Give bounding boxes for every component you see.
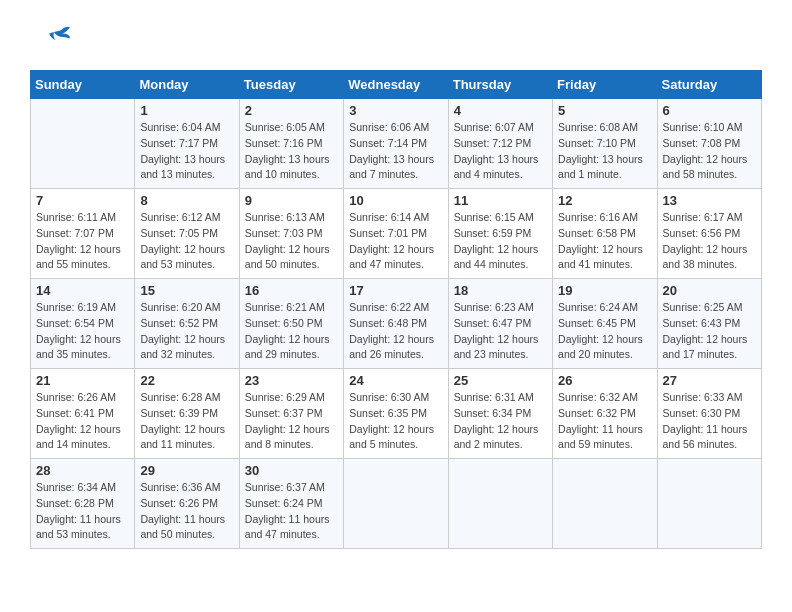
calendar-cell: 15Sunrise: 6:20 AM Sunset: 6:52 PM Dayli… [135,279,239,369]
day-number: 6 [663,103,756,118]
weekday-header-sunday: Sunday [31,71,135,99]
calendar-cell: 22Sunrise: 6:28 AM Sunset: 6:39 PM Dayli… [135,369,239,459]
calendar-cell: 24Sunrise: 6:30 AM Sunset: 6:35 PM Dayli… [344,369,448,459]
calendar-table: SundayMondayTuesdayWednesdayThursdayFrid… [30,70,762,549]
day-info: Sunrise: 6:07 AM Sunset: 7:12 PM Dayligh… [454,120,547,183]
day-info: Sunrise: 6:37 AM Sunset: 6:24 PM Dayligh… [245,480,338,543]
day-number: 30 [245,463,338,478]
day-number: 1 [140,103,233,118]
day-info: Sunrise: 6:21 AM Sunset: 6:50 PM Dayligh… [245,300,338,363]
calendar-cell: 23Sunrise: 6:29 AM Sunset: 6:37 PM Dayli… [239,369,343,459]
calendar-cell: 4Sunrise: 6:07 AM Sunset: 7:12 PM Daylig… [448,99,552,189]
day-info: Sunrise: 6:04 AM Sunset: 7:17 PM Dayligh… [140,120,233,183]
calendar-cell: 17Sunrise: 6:22 AM Sunset: 6:48 PM Dayli… [344,279,448,369]
weekday-header-thursday: Thursday [448,71,552,99]
weekday-header-tuesday: Tuesday [239,71,343,99]
weekday-header-wednesday: Wednesday [344,71,448,99]
day-number: 20 [663,283,756,298]
day-info: Sunrise: 6:10 AM Sunset: 7:08 PM Dayligh… [663,120,756,183]
day-info: Sunrise: 6:17 AM Sunset: 6:56 PM Dayligh… [663,210,756,273]
calendar-cell: 11Sunrise: 6:15 AM Sunset: 6:59 PM Dayli… [448,189,552,279]
week-row-2: 7Sunrise: 6:11 AM Sunset: 7:07 PM Daylig… [31,189,762,279]
calendar-cell: 27Sunrise: 6:33 AM Sunset: 6:30 PM Dayli… [657,369,761,459]
logo-icon [30,20,70,60]
calendar-cell: 28Sunrise: 6:34 AM Sunset: 6:28 PM Dayli… [31,459,135,549]
weekday-header-row: SundayMondayTuesdayWednesdayThursdayFrid… [31,71,762,99]
day-info: Sunrise: 6:11 AM Sunset: 7:07 PM Dayligh… [36,210,129,273]
day-info: Sunrise: 6:30 AM Sunset: 6:35 PM Dayligh… [349,390,442,453]
weekday-header-monday: Monday [135,71,239,99]
week-row-1: 1Sunrise: 6:04 AM Sunset: 7:17 PM Daylig… [31,99,762,189]
calendar-cell: 10Sunrise: 6:14 AM Sunset: 7:01 PM Dayli… [344,189,448,279]
calendar-cell: 2Sunrise: 6:05 AM Sunset: 7:16 PM Daylig… [239,99,343,189]
calendar-cell: 7Sunrise: 6:11 AM Sunset: 7:07 PM Daylig… [31,189,135,279]
day-info: Sunrise: 6:08 AM Sunset: 7:10 PM Dayligh… [558,120,651,183]
day-number: 29 [140,463,233,478]
calendar-cell: 14Sunrise: 6:19 AM Sunset: 6:54 PM Dayli… [31,279,135,369]
day-number: 14 [36,283,129,298]
day-info: Sunrise: 6:36 AM Sunset: 6:26 PM Dayligh… [140,480,233,543]
day-info: Sunrise: 6:15 AM Sunset: 6:59 PM Dayligh… [454,210,547,273]
day-info: Sunrise: 6:05 AM Sunset: 7:16 PM Dayligh… [245,120,338,183]
day-number: 7 [36,193,129,208]
day-info: Sunrise: 6:19 AM Sunset: 6:54 PM Dayligh… [36,300,129,363]
calendar-cell: 25Sunrise: 6:31 AM Sunset: 6:34 PM Dayli… [448,369,552,459]
day-info: Sunrise: 6:31 AM Sunset: 6:34 PM Dayligh… [454,390,547,453]
calendar-cell [344,459,448,549]
day-number: 28 [36,463,129,478]
day-info: Sunrise: 6:20 AM Sunset: 6:52 PM Dayligh… [140,300,233,363]
calendar-cell: 8Sunrise: 6:12 AM Sunset: 7:05 PM Daylig… [135,189,239,279]
day-number: 22 [140,373,233,388]
weekday-header-saturday: Saturday [657,71,761,99]
day-info: Sunrise: 6:22 AM Sunset: 6:48 PM Dayligh… [349,300,442,363]
calendar-cell: 30Sunrise: 6:37 AM Sunset: 6:24 PM Dayli… [239,459,343,549]
calendar-cell: 19Sunrise: 6:24 AM Sunset: 6:45 PM Dayli… [553,279,657,369]
calendar-cell: 16Sunrise: 6:21 AM Sunset: 6:50 PM Dayli… [239,279,343,369]
calendar-cell: 1Sunrise: 6:04 AM Sunset: 7:17 PM Daylig… [135,99,239,189]
day-info: Sunrise: 6:25 AM Sunset: 6:43 PM Dayligh… [663,300,756,363]
day-number: 16 [245,283,338,298]
day-info: Sunrise: 6:26 AM Sunset: 6:41 PM Dayligh… [36,390,129,453]
day-info: Sunrise: 6:28 AM Sunset: 6:39 PM Dayligh… [140,390,233,453]
calendar-cell: 26Sunrise: 6:32 AM Sunset: 6:32 PM Dayli… [553,369,657,459]
calendar-cell [553,459,657,549]
calendar-cell: 18Sunrise: 6:23 AM Sunset: 6:47 PM Dayli… [448,279,552,369]
day-info: Sunrise: 6:06 AM Sunset: 7:14 PM Dayligh… [349,120,442,183]
day-number: 12 [558,193,651,208]
calendar-cell [31,99,135,189]
week-row-4: 21Sunrise: 6:26 AM Sunset: 6:41 PM Dayli… [31,369,762,459]
day-number: 21 [36,373,129,388]
calendar-cell: 13Sunrise: 6:17 AM Sunset: 6:56 PM Dayli… [657,189,761,279]
day-number: 27 [663,373,756,388]
day-number: 26 [558,373,651,388]
calendar-cell: 9Sunrise: 6:13 AM Sunset: 7:03 PM Daylig… [239,189,343,279]
calendar-cell: 6Sunrise: 6:10 AM Sunset: 7:08 PM Daylig… [657,99,761,189]
day-number: 5 [558,103,651,118]
day-info: Sunrise: 6:29 AM Sunset: 6:37 PM Dayligh… [245,390,338,453]
calendar-cell: 12Sunrise: 6:16 AM Sunset: 6:58 PM Dayli… [553,189,657,279]
day-number: 13 [663,193,756,208]
week-row-5: 28Sunrise: 6:34 AM Sunset: 6:28 PM Dayli… [31,459,762,549]
day-info: Sunrise: 6:16 AM Sunset: 6:58 PM Dayligh… [558,210,651,273]
day-info: Sunrise: 6:34 AM Sunset: 6:28 PM Dayligh… [36,480,129,543]
day-number: 17 [349,283,442,298]
calendar-cell: 29Sunrise: 6:36 AM Sunset: 6:26 PM Dayli… [135,459,239,549]
calendar-cell: 20Sunrise: 6:25 AM Sunset: 6:43 PM Dayli… [657,279,761,369]
day-number: 15 [140,283,233,298]
day-number: 3 [349,103,442,118]
calendar-cell: 5Sunrise: 6:08 AM Sunset: 7:10 PM Daylig… [553,99,657,189]
day-number: 8 [140,193,233,208]
day-info: Sunrise: 6:23 AM Sunset: 6:47 PM Dayligh… [454,300,547,363]
day-number: 10 [349,193,442,208]
logo [30,20,70,60]
page-header [30,20,762,60]
calendar-cell: 3Sunrise: 6:06 AM Sunset: 7:14 PM Daylig… [344,99,448,189]
day-info: Sunrise: 6:12 AM Sunset: 7:05 PM Dayligh… [140,210,233,273]
weekday-header-friday: Friday [553,71,657,99]
day-number: 25 [454,373,547,388]
day-number: 11 [454,193,547,208]
calendar-cell [657,459,761,549]
week-row-3: 14Sunrise: 6:19 AM Sunset: 6:54 PM Dayli… [31,279,762,369]
day-number: 2 [245,103,338,118]
calendar-cell [448,459,552,549]
